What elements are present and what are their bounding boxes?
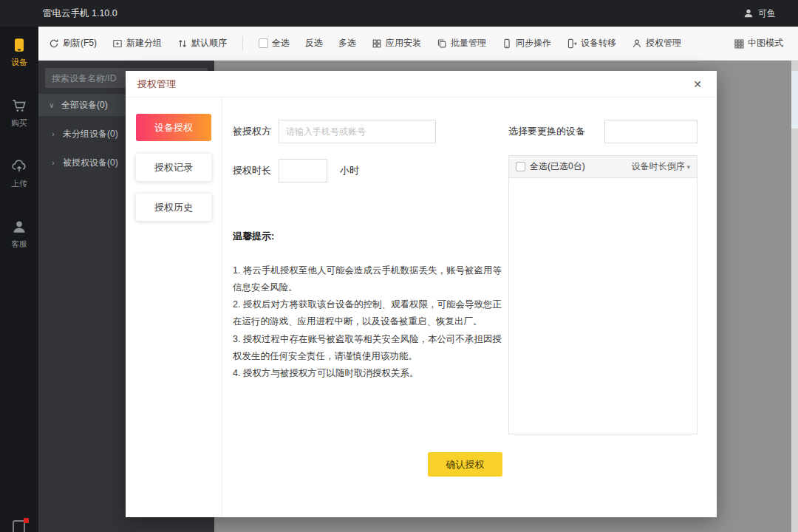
modal-body: 设备授权 授权记录 授权历史 被授权方 授权时长 小时 温馨提示: — [126, 98, 717, 517]
authorization-modal: 授权管理 ✕ 设备授权 授权记录 授权历史 被授权方 授权时长 小时 — [126, 71, 717, 517]
close-icon[interactable]: ✕ — [690, 77, 705, 92]
device-select-box: 全选(已选0台) 设备时长倒序 ▾ — [508, 155, 698, 434]
chevron-right-icon: › — [50, 159, 57, 167]
select-all-label: 全选 — [272, 37, 290, 50]
sidebar-item-label: 上传 — [11, 178, 27, 189]
default-order-button[interactable]: 默认顺序 — [177, 37, 227, 50]
sidebar-item-support[interactable]: 客服 — [0, 219, 38, 250]
tab-authorize-history[interactable]: 授权历史 — [136, 194, 211, 221]
app-install-button[interactable]: 应用安装 — [372, 37, 421, 50]
sidebar-item-label: 购买 — [11, 117, 27, 129]
sidebar-item-label: 客服 — [11, 239, 27, 250]
auth-person-icon — [632, 38, 642, 49]
app-grid-icon — [372, 38, 382, 49]
app-title: 雷电云手机 1.10.0 — [43, 7, 117, 20]
tip-item: 2. 授权后对方将获取该台设备的控制、观看权限，可能会导致您正在运行的游戏、应用… — [233, 296, 503, 330]
invert-select-label: 反选 — [305, 37, 323, 50]
sidebar-item-feedback[interactable] — [13, 520, 26, 532]
app-sidebar: 设备 购买 上传 客服 — [0, 27, 38, 532]
tips-list: 1. 将云手机授权至他人可能会造成云手机数据丢失，账号被盗用等信息安全风险。 2… — [233, 262, 503, 382]
chevron-right-icon: › — [50, 130, 57, 138]
duration-input[interactable] — [279, 159, 327, 183]
device-phone-icon — [11, 37, 27, 53]
toolbar-divider — [242, 36, 243, 50]
username: 可鱼 — [758, 7, 776, 20]
device-filter-input[interactable] — [604, 120, 698, 143]
sort-order-icon — [177, 38, 188, 49]
sync-phone-icon — [502, 38, 512, 49]
invert-select-button[interactable]: 反选 — [305, 37, 323, 50]
shopping-cart-icon — [11, 98, 27, 114]
chevron-down-icon: ∨ — [48, 101, 55, 109]
new-group-label: 新建分组 — [126, 37, 162, 50]
multi-select-label: 多选 — [338, 37, 356, 50]
user-icon — [743, 8, 754, 18]
scrollbar-thumb[interactable] — [791, 71, 798, 129]
select-all-checkbox[interactable] — [259, 38, 268, 48]
customer-service-icon — [11, 219, 27, 235]
authorize-form: 被授权方 授权时长 小时 温馨提示: 1. 将云手机授权至他人可能会造成云手机数… — [233, 120, 503, 434]
new-group-icon — [112, 38, 123, 49]
app-install-label: 应用安装 — [386, 37, 421, 50]
cloud-upload-icon — [11, 158, 27, 174]
select-all-control[interactable]: 全选 — [259, 37, 290, 50]
view-mode-button[interactable]: 中图模式 — [734, 37, 788, 50]
scrollbar-track[interactable] — [791, 61, 798, 532]
sync-operation-button[interactable]: 同步操作 — [502, 37, 551, 50]
sidebar-item-label: 设备 — [11, 57, 27, 68]
device-transfer-label: 设备转移 — [581, 37, 616, 50]
box-select-all-label: 全选(已选0台) — [530, 160, 585, 173]
transfer-phone-icon — [567, 38, 577, 49]
auth-manage-label: 授权管理 — [646, 37, 681, 50]
refresh-icon — [49, 38, 59, 49]
device-box-body — [509, 178, 697, 434]
tip-item: 1. 将云手机授权至他人可能会造成云手机数据丢失，账号被盗用等信息安全风险。 — [233, 262, 503, 296]
view-mode-label: 中图模式 — [748, 37, 783, 50]
sort-label: 设备时长倒序 — [631, 160, 684, 173]
refresh-label: 刷新(F5) — [63, 37, 97, 50]
tree-group-label: 被授权设备(0) — [63, 157, 118, 169]
tab-authorize-records[interactable]: 授权记录 — [136, 154, 211, 181]
device-transfer-button[interactable]: 设备转移 — [567, 37, 616, 50]
sidebar-item-devices[interactable]: 设备 — [0, 37, 38, 68]
duration-label: 授权时长 — [233, 164, 279, 177]
sync-operation-label: 同步操作 — [516, 37, 551, 50]
tip-item: 4. 授权方与被授权方可以随时取消授权关系。 — [233, 365, 503, 382]
caret-down-icon: ▾ — [686, 163, 690, 171]
grid-view-icon — [734, 38, 744, 49]
tab-device-authorize[interactable]: 设备授权 — [136, 114, 211, 141]
refresh-button[interactable]: 刷新(F5) — [49, 37, 97, 50]
modal-content: 被授权方 授权时长 小时 温馨提示: 1. 将云手机授权至他人可能会造成云手机数… — [222, 98, 717, 517]
confirm-authorize-button[interactable]: 确认授权 — [428, 452, 502, 477]
device-box-header: 全选(已选0台) 设备时长倒序 ▾ — [509, 156, 697, 178]
new-group-button[interactable]: 新建分组 — [112, 37, 162, 50]
batch-manage-label: 批量管理 — [451, 37, 486, 50]
tree-group-label: 未分组设备(0) — [63, 128, 118, 140]
tips-title: 温馨提示: — [233, 230, 503, 243]
notification-badge — [24, 518, 29, 523]
duration-unit: 小时 — [340, 164, 359, 177]
user-account-button[interactable]: 可鱼 — [743, 7, 776, 20]
multi-select-button[interactable]: 多选 — [338, 37, 356, 50]
sort-dropdown[interactable]: 设备时长倒序 ▾ — [631, 160, 690, 173]
sidebar-item-upload[interactable]: 上传 — [0, 158, 38, 189]
grantee-input[interactable] — [279, 120, 436, 143]
box-select-all-checkbox[interactable] — [516, 162, 525, 171]
device-select-section: 选择要更换的设备 全选(已选0台) 设备时长倒序 ▾ — [508, 120, 698, 434]
modal-tabs: 设备授权 授权记录 授权历史 — [126, 98, 222, 517]
device-select-label: 选择要更换的设备 — [508, 125, 585, 138]
modal-title: 授权管理 — [137, 78, 176, 91]
sidebar-item-buy[interactable]: 购买 — [0, 98, 38, 129]
titlebar: 雷电云手机 1.10.0 可鱼 — [0, 0, 798, 27]
batch-manage-button[interactable]: 批量管理 — [437, 37, 486, 50]
modal-header: 授权管理 ✕ — [126, 71, 717, 98]
grantee-label: 被授权方 — [233, 125, 279, 138]
tree-group-label: 全部设备(0) — [61, 99, 108, 112]
auth-manage-button[interactable]: 授权管理 — [632, 37, 681, 50]
batch-layers-icon — [437, 38, 447, 49]
default-order-label: 默认顺序 — [191, 37, 227, 50]
toolbar: 刷新(F5) 新建分组 默认顺序 全选 反选 多选 应用安装 批量管理 — [38, 27, 798, 61]
tip-item: 3. 授权过程中存在账号被盗取等相关安全风险，本公司不承担因授权发生的任何安全责… — [233, 331, 503, 365]
